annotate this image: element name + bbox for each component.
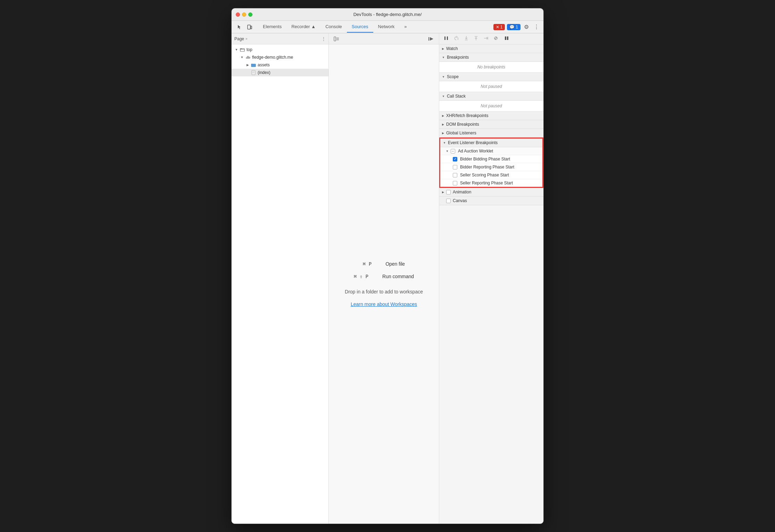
dom-section-header[interactable]: ▶ DOM Breakpoints (439, 120, 543, 129)
shortcut-label-open: Open file (385, 261, 405, 267)
breakpoints-label: Breakpoints (447, 55, 469, 60)
seller-scoring-checkbox[interactable] (453, 173, 457, 177)
seller-reporting-row[interactable]: Seller Reporting Phase Start (440, 179, 542, 187)
settings-icon[interactable]: ⚙ (523, 22, 530, 32)
canvas-label: Canvas (453, 198, 467, 203)
call-stack-empty-text: Not paused (439, 101, 543, 111)
scope-label: Scope (447, 74, 459, 79)
shortcut-run-command: ⌘ ⇧ P Run command (354, 274, 414, 279)
animation-section-header[interactable]: ▶ Animation (439, 188, 543, 197)
svg-rect-25 (505, 36, 506, 40)
tab-sources[interactable]: Sources (347, 21, 373, 33)
tree-item-top[interactable]: ▼ top (232, 46, 328, 53)
call-stack-section-header[interactable]: ▼ Call Stack (439, 92, 543, 101)
middle-panel: ⌘ P Open file ⌘ ⇧ P Run command Drop in … (329, 33, 439, 524)
tree-arrow-top: ▼ (234, 48, 239, 52)
seller-reporting-checkbox[interactable] (453, 181, 457, 185)
event-listener-header[interactable]: ▼ Event Listener Breakpoints (440, 139, 542, 147)
ad-auction-worklet-header[interactable]: ▼ − Ad Auction Worklet (440, 147, 542, 155)
animation-checkbox[interactable] (446, 190, 451, 194)
bidder-reporting-row[interactable]: Bidder Reporting Phase Start (440, 163, 542, 171)
ad-auction-arrow-icon: ▼ (446, 150, 449, 153)
pause-on-exceptions-icon[interactable] (502, 35, 511, 43)
device-toggle-icon[interactable] (245, 23, 255, 31)
tab-bar: Elements Recorder ▲ Console Sources Netw… (258, 21, 493, 33)
dom-label: DOM Breakpoints (446, 122, 479, 127)
breakpoints-arrow-icon: ▼ (442, 56, 445, 59)
tree-label-domain: fledge-demo.glitch.me (252, 55, 293, 60)
bidder-bidding-checkbox[interactable] (453, 157, 457, 161)
global-listeners-section-header[interactable]: ▶ Global Listeners (439, 129, 543, 138)
minimize-button[interactable] (242, 13, 246, 17)
svg-rect-4 (252, 70, 255, 75)
ad-auction-checkbox-indeterminate[interactable]: − (451, 149, 455, 153)
scope-content: Not paused (439, 81, 543, 92)
animation-label: Animation (453, 190, 471, 194)
tab-console[interactable]: Console (320, 21, 347, 33)
folder-icon-assets (251, 62, 256, 68)
file-icon-index (251, 70, 256, 75)
workspace-link[interactable]: Learn more about Workspaces (351, 301, 417, 307)
step-out-button[interactable] (472, 35, 480, 43)
bidder-bidding-row[interactable]: Bidder Bidding Phase Start (440, 155, 542, 163)
tree-label-index: (index) (258, 70, 270, 75)
event-listener-arrow-icon: ▼ (443, 141, 446, 144)
info-badge[interactable]: 💬 1 (507, 24, 520, 30)
bidder-reporting-checkbox[interactable] (453, 165, 457, 169)
global-listeners-arrow-icon: ▶ (442, 132, 444, 135)
shortcut-label-run: Run command (382, 274, 414, 279)
show-navigator-icon[interactable] (332, 35, 341, 43)
tree-label-top: top (247, 47, 252, 52)
xhr-label: XHR/fetch Breakpoints (446, 113, 488, 118)
more-options-icon[interactable]: ⋮ (532, 22, 541, 32)
page-chevron-icon: » (245, 37, 248, 41)
event-listener-label: Event Listener Breakpoints (448, 140, 498, 145)
scope-section-header[interactable]: ▼ Scope (439, 73, 543, 81)
step-button[interactable] (482, 35, 491, 43)
main-toolbar: Elements Recorder ▲ Console Sources Netw… (232, 21, 543, 33)
left-panel: Page » ⋮ ▼ top (232, 33, 329, 524)
window-title: DevTools - fledge-demo.glitch.me/ (353, 12, 422, 17)
svg-rect-26 (507, 36, 508, 40)
debug-toolbar (439, 33, 543, 44)
ad-auction-label: Ad Auction Worklet (458, 149, 493, 153)
right-panel: ▶ Watch ▼ Breakpoints No breakpoints ▼ S… (439, 33, 543, 524)
tree-item-index[interactable]: ▶ (index) (232, 69, 328, 76)
svg-rect-15 (447, 36, 448, 40)
page-label: Page (234, 36, 244, 41)
panel-menu-icon[interactable]: ⋮ (322, 36, 326, 41)
global-listeners-label: Global Listeners (446, 131, 476, 135)
run-snippet-icon[interactable] (426, 35, 436, 43)
tab-more[interactable]: » (399, 21, 411, 33)
dom-arrow-icon: ▶ (442, 123, 444, 126)
seller-scoring-row[interactable]: Seller Scoring Phase Start (440, 171, 542, 179)
step-over-button[interactable] (452, 35, 461, 43)
deactivate-breakpoints-icon[interactable] (492, 35, 501, 43)
devtools-body: Elements Recorder ▲ Console Sources Netw… (232, 21, 543, 524)
tree-arrow-domain: ▼ (240, 55, 244, 59)
watch-section-header[interactable]: ▶ Watch (439, 44, 543, 53)
tree-item-domain[interactable]: ▼ fledge-demo.glitch.me (232, 53, 328, 61)
watch-arrow-icon: ▶ (442, 47, 444, 50)
bidder-reporting-label: Bidder Reporting Phase Start (460, 165, 514, 169)
pause-button[interactable] (442, 35, 450, 43)
titlebar: DevTools - fledge-demo.glitch.me/ (232, 8, 543, 21)
canvas-checkbox[interactable] (446, 199, 451, 203)
breakpoints-empty-text: No breakpoints (439, 62, 543, 72)
traffic-lights (236, 13, 252, 17)
tab-network[interactable]: Network (373, 21, 400, 33)
tab-elements[interactable]: Elements (258, 21, 286, 33)
step-into-button[interactable] (462, 35, 470, 43)
bidder-bidding-label: Bidder Bidding Phase Start (460, 157, 510, 161)
call-stack-label: Call Stack (447, 94, 466, 99)
breakpoints-section-header[interactable]: ▼ Breakpoints (439, 53, 543, 62)
error-badge[interactable]: ✕ 1 (493, 24, 505, 30)
maximize-button[interactable] (248, 13, 252, 17)
xhr-section-header[interactable]: ▶ XHR/fetch Breakpoints (439, 111, 543, 120)
close-button[interactable] (236, 13, 240, 17)
tree-item-assets[interactable]: ▶ assets (232, 61, 328, 69)
cursor-icon[interactable] (234, 23, 244, 31)
tab-recorder[interactable]: Recorder ▲ (286, 21, 320, 33)
canvas-section-header[interactable]: ▶ Canvas (439, 197, 543, 205)
watch-label: Watch (446, 46, 458, 51)
